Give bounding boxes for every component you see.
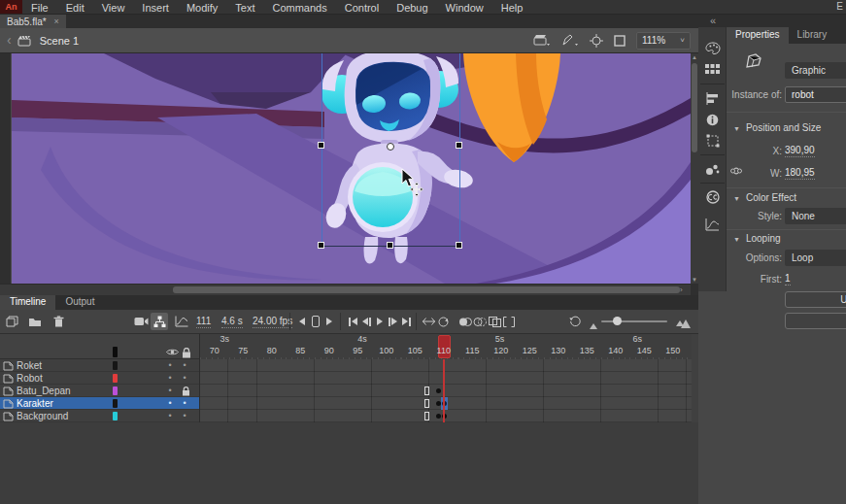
layer-visibility-toggle[interactable]: • <box>163 385 177 397</box>
center-frame-icon[interactable] <box>590 34 603 48</box>
keyframe-marker[interactable] <box>436 388 441 393</box>
frame-rate-value[interactable]: 24.00 fps <box>253 316 292 328</box>
layer-visibility-toggle[interactable]: • <box>163 410 177 422</box>
close-icon[interactable]: × <box>54 17 59 26</box>
workspace-switcher-partial[interactable]: E <box>833 0 846 14</box>
new-layer-icon[interactable] <box>3 313 20 330</box>
reset-timeline-zoom-icon[interactable] <box>566 313 584 330</box>
align-panel-icon[interactable] <box>701 88 724 108</box>
elapsed-time-value[interactable]: 4.6 s <box>221 316 243 328</box>
edit-scene-icon[interactable] <box>533 34 551 47</box>
selection-handle-bottom-left[interactable] <box>318 242 324 249</box>
frame-span-end-marker[interactable] <box>424 399 429 408</box>
x-value[interactable]: 390,90 <box>785 145 815 157</box>
tab-output[interactable]: Output <box>55 295 104 310</box>
layer-visibility-toggle[interactable]: • <box>163 397 177 410</box>
scroll-down-icon[interactable]: ▼ <box>692 277 697 283</box>
selection-handle-bottom-center[interactable] <box>387 242 393 249</box>
brush-library-panel-icon[interactable] <box>701 159 724 179</box>
tab-timeline[interactable]: Timeline <box>0 295 55 310</box>
layer-row-roket[interactable]: Roket•• <box>0 359 199 372</box>
scroll-up-icon[interactable]: ▲ <box>692 54 697 60</box>
app-logo[interactable]: An <box>0 0 22 14</box>
transformation-point[interactable] <box>387 143 394 151</box>
new-folder-icon[interactable] <box>26 313 44 330</box>
symbol-type-select[interactable]: Graphic <box>785 62 846 79</box>
layer-outline-color[interactable] <box>113 361 118 370</box>
selection-right-edge[interactable] <box>459 53 460 246</box>
show-hide-all-layers-icon[interactable] <box>166 348 179 356</box>
zoom-out-timeline-icon[interactable] <box>585 318 602 335</box>
lip-syncing-button[interactable]: Lip S <box>785 313 846 329</box>
layer-lock-icon[interactable] <box>182 386 190 396</box>
stage-vertical-scrollbar[interactable]: ▲ ▼ <box>691 53 698 284</box>
go-to-last-frame-icon[interactable] <box>397 313 415 330</box>
layer-visibility-toggle[interactable]: • <box>163 359 177 372</box>
transform-panel-icon[interactable] <box>701 131 724 151</box>
selection-handle-right[interactable] <box>456 142 462 149</box>
section-position-size[interactable]: ▼Position and Size <box>733 122 821 133</box>
layer-lock-toggle[interactable]: • <box>178 359 191 372</box>
layer-row-batu_depan[interactable]: Batu_Depan• <box>0 385 199 397</box>
info-panel-icon[interactable] <box>701 110 724 129</box>
layer-outline-color[interactable] <box>113 386 118 395</box>
selection-handle-bottom-right[interactable] <box>456 242 462 249</box>
cc-libraries-panel-icon[interactable] <box>701 187 724 207</box>
collapse-panels-icon[interactable]: « <box>710 15 716 26</box>
tab-properties[interactable]: Properties <box>727 27 789 44</box>
frames-grid[interactable] <box>199 359 692 422</box>
layer-parenting-icon[interactable] <box>151 313 168 330</box>
stage-zoom-select[interactable]: 111% ˅ <box>636 32 691 50</box>
camera-icon[interactable] <box>132 313 150 330</box>
frame-ruler[interactable]: 3s4s5s6s 7075808590951001051101151201251… <box>199 334 692 359</box>
current-frame-value[interactable]: 111 <box>196 316 211 328</box>
frame-span-end-marker[interactable] <box>424 412 429 420</box>
delete-layer-icon[interactable] <box>50 313 67 330</box>
clip-content-icon[interactable] <box>614 35 626 47</box>
scene-breadcrumb[interactable]: Scene 1 <box>40 35 79 47</box>
menu-insert[interactable]: Insert <box>133 0 178 14</box>
frame-span-end-marker[interactable] <box>424 386 429 395</box>
use-frame-picker-button[interactable]: Use Fra <box>785 291 846 308</box>
menu-modify[interactable]: Modify <box>178 0 226 14</box>
layer-row-karakter[interactable]: Karakter•• <box>0 397 199 410</box>
layer-outline-color[interactable] <box>113 399 118 408</box>
selection-handle-left[interactable] <box>318 142 324 149</box>
section-color-effect[interactable]: ▼Color Effect <box>733 192 796 203</box>
tab-library[interactable]: Library <box>789 27 836 44</box>
slider-knob[interactable] <box>613 317 622 325</box>
menu-file[interactable]: File <box>22 0 57 14</box>
keyframe-marker[interactable] <box>436 414 441 419</box>
layer-lock-toggle[interactable]: • <box>178 372 191 385</box>
stage-canvas[interactable] <box>12 53 691 284</box>
swatches-panel-icon[interactable] <box>701 60 724 80</box>
first-frame-value[interactable]: 1 <box>785 273 791 286</box>
scrollbar-thumb[interactable] <box>173 286 680 293</box>
section-looping[interactable]: ▼Looping <box>733 233 781 244</box>
loop-playback-icon[interactable] <box>435 313 453 330</box>
menu-control[interactable]: Control <box>336 0 388 14</box>
menu-debug[interactable]: Debug <box>388 0 436 14</box>
loop-options-select[interactable]: Loop <box>785 250 846 266</box>
layer-lock-toggle[interactable]: • <box>178 397 191 410</box>
scroll-right-icon[interactable]: › <box>680 286 683 294</box>
layer-row-background[interactable]: Background•• <box>0 410 199 422</box>
stage-horizontal-scrollbar[interactable] <box>0 284 691 295</box>
show-graph-icon[interactable] <box>173 313 190 330</box>
color-style-select[interactable]: None <box>785 208 846 224</box>
menu-text[interactable]: Text <box>226 0 263 14</box>
layer-outline-color[interactable] <box>113 374 118 383</box>
edit-symbols-icon[interactable] <box>561 34 579 47</box>
color-panel-icon[interactable] <box>701 39 724 58</box>
scrollbar-thumb[interactable] <box>692 63 697 152</box>
timeline-zoom-slider[interactable] <box>601 320 667 322</box>
document-tab[interactable]: Bab5.fla* × <box>0 15 66 28</box>
zoom-in-timeline-icon[interactable] <box>674 315 692 332</box>
modify-markers-icon[interactable] <box>500 313 518 330</box>
menu-commands[interactable]: Commands <box>263 0 335 14</box>
layer-row-robot[interactable]: Robot•• <box>0 372 199 385</box>
timeline-ruler[interactable]: 3s4s5s6s 7075808590951001051101151201251… <box>0 334 698 359</box>
layer-lock-toggle[interactable]: • <box>178 410 191 422</box>
back-icon[interactable]: ‹ <box>0 32 17 50</box>
instance-name-field[interactable]: robot <box>785 86 846 103</box>
